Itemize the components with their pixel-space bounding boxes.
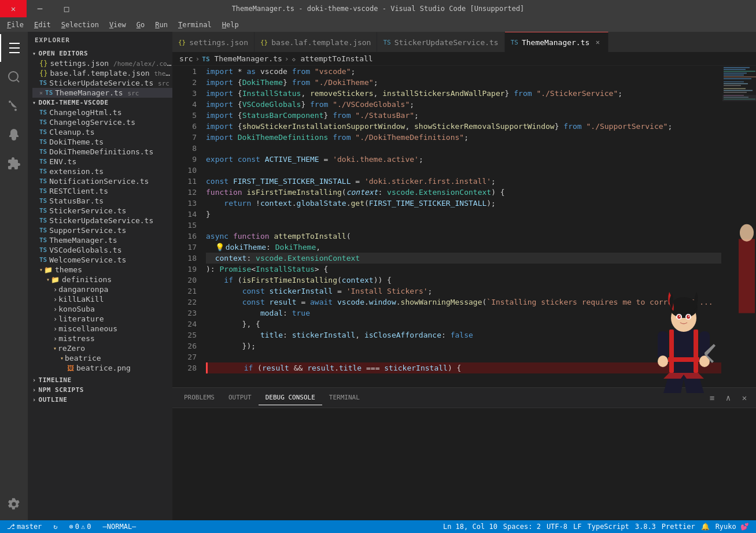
panel-content[interactable] xyxy=(172,408,756,520)
status-theme[interactable]: Ryuko 💕 xyxy=(713,523,751,531)
folder-definitions[interactable]: ▾ 📁 definitions xyxy=(32,275,172,284)
panel-tab-output[interactable]: OUTPUT xyxy=(222,390,259,405)
editor-wrapper: {} settings.json {} base.laf.template.js… xyxy=(172,32,756,520)
open-editors-header[interactable]: ▾ OPEN EDITORS xyxy=(28,49,172,58)
menu-run[interactable]: Run xyxy=(150,20,172,30)
npm-scripts-header[interactable]: › NPM SCRIPTS xyxy=(28,385,172,395)
folder-miscellaneous[interactable]: › miscellaneous xyxy=(32,324,172,334)
open-editor-theme-manager[interactable]: ✕ TS ThemeManager.ts src xyxy=(32,88,172,98)
activity-source-control[interactable] xyxy=(0,92,28,120)
panel-close-button[interactable]: ✕ xyxy=(737,391,751,405)
file-sticker-service[interactable]: TSStickerService.ts xyxy=(32,206,172,216)
themes-arrow: ▾ xyxy=(39,266,43,273)
code-content[interactable]: import * as vscode from "vscode"; import… xyxy=(201,66,721,387)
tab-close-button[interactable]: ✕ xyxy=(593,38,602,47)
activity-settings[interactable] xyxy=(0,490,28,518)
panel-tab-terminal[interactable]: TERMINAL xyxy=(322,390,367,405)
file-doki-theme[interactable]: TSDokiTheme.ts xyxy=(32,137,172,147)
menu-selection[interactable]: Selection xyxy=(57,20,104,30)
file-changelog-html[interactable]: TSChangelogHtml.ts xyxy=(32,108,172,117)
folder-beatrice[interactable]: ▾ beatrice xyxy=(32,353,172,363)
folder-killLaKill[interactable]: › killLaKill xyxy=(32,294,172,304)
outline-header[interactable]: › OUTLINE xyxy=(28,395,172,405)
file-sticker-update-service[interactable]: TSStickerUpdateService.ts xyxy=(32,216,172,225)
file-doki-theme-definitions[interactable]: TSDokiThemeDefinitions.ts xyxy=(32,147,172,157)
status-sync[interactable]: ↻ xyxy=(51,523,60,531)
code-line-13: return !context.globalState.get(FIRST_TI… xyxy=(206,198,721,209)
code-line-23: modal: true xyxy=(206,308,721,319)
tab-theme-manager[interactable]: TS ThemeManager.ts ✕ xyxy=(505,32,609,52)
code-line-17: 💡dokiTheme: DokiTheme, xyxy=(206,242,721,253)
status-spaces[interactable]: Spaces: 2 xyxy=(501,523,543,531)
code-line-24: }, { xyxy=(206,319,721,330)
breadcrumb-file[interactable]: TS ThemeManager.ts xyxy=(202,54,282,63)
close-button[interactable]: ✕ xyxy=(0,0,27,17)
timeline-header[interactable]: › TIMELINE xyxy=(28,375,172,385)
menu-file[interactable]: File xyxy=(2,20,28,30)
menu-go[interactable]: Go xyxy=(132,20,149,30)
open-editor-sticker-update[interactable]: TS StickerUpdateService.ts src xyxy=(32,78,172,88)
panel-collapse-button[interactable]: ∧ xyxy=(721,391,735,405)
code-line-10 xyxy=(206,165,721,176)
status-encoding[interactable]: UTF-8 xyxy=(544,523,570,531)
file-vscode-globals[interactable]: TSVSCodeGlobals.ts xyxy=(32,245,172,255)
menu-terminal[interactable]: Terminal xyxy=(174,20,216,30)
open-editor-base-laf[interactable]: {} base.laf.template.json theme... xyxy=(32,68,172,78)
minimize-button[interactable]: ─ xyxy=(27,0,53,17)
file-support-service[interactable]: TSSupportService.ts xyxy=(32,225,172,235)
status-notifications[interactable]: 🔔 xyxy=(699,523,712,531)
folder-konoSuba[interactable]: › konoSuba xyxy=(32,304,172,314)
status-eol[interactable]: LF xyxy=(571,523,584,531)
activity-extensions[interactable] xyxy=(0,150,28,177)
file-changelog-service[interactable]: TSChangelogService.ts xyxy=(32,117,172,127)
file-notification-service[interactable]: TSNotificationService.ts xyxy=(32,176,172,186)
activity-search[interactable] xyxy=(0,63,28,91)
sidebar: EXPLORER ▾ OPEN EDITORS {} settings.json… xyxy=(28,32,172,520)
status-errors[interactable]: ⊗ 0 ⚠ 0 xyxy=(67,523,94,531)
code-line-22: const result = await vscode.window.showW… xyxy=(206,297,721,308)
folder-icon: 📁 xyxy=(51,276,60,284)
file-beatrice-png[interactable]: 🖼 beatrice.png xyxy=(32,363,172,373)
definitions-arrow: ▾ xyxy=(46,276,50,283)
status-ts-version[interactable]: 3.8.3 xyxy=(633,523,658,531)
file-env[interactable]: TSENV.ts xyxy=(32,157,172,166)
menu-view[interactable]: View xyxy=(105,20,131,30)
menubar: File Edit Selection View Go Run Terminal… xyxy=(0,17,756,32)
menu-edit[interactable]: Edit xyxy=(29,20,56,30)
folder-themes[interactable]: ▾ 📁 themes xyxy=(32,265,172,275)
status-language[interactable]: TypeScript xyxy=(585,523,631,531)
folder-mistress[interactable]: › mistress xyxy=(32,334,172,343)
close-icon[interactable]: ✕ xyxy=(39,90,43,96)
status-line-col[interactable]: Ln 18, Col 10 xyxy=(441,523,500,531)
status-prettier[interactable]: Prettier xyxy=(659,523,698,531)
file-welcome-service[interactable]: TSWelcomeService.ts xyxy=(32,255,172,265)
breadcrumb-src[interactable]: src xyxy=(179,54,193,63)
file-extension[interactable]: TSextension.ts xyxy=(32,166,172,176)
activity-debug[interactable] xyxy=(0,121,28,149)
folder-literature[interactable]: › literature xyxy=(32,314,172,324)
status-git-branch[interactable]: ⎇ master xyxy=(5,523,44,531)
maximize-button[interactable]: □ xyxy=(53,0,80,17)
panel-filter-button[interactable]: ≡ xyxy=(705,391,719,405)
code-line-6: import {showStickerInstallationSupportWi… xyxy=(206,121,721,132)
status-vim-mode[interactable]: –NORMAL– xyxy=(101,523,139,531)
menu-help[interactable]: Help xyxy=(217,20,244,30)
activity-explorer[interactable] xyxy=(0,34,28,62)
open-editor-settings-json[interactable]: {} settings.json /home/alex/.con... xyxy=(32,58,172,68)
panel-tab-problems[interactable]: PROBLEMS xyxy=(177,390,222,405)
file-cleanup[interactable]: TSCleanup.ts xyxy=(32,127,172,137)
file-theme-manager[interactable]: TSThemeManager.ts xyxy=(32,235,172,245)
file-statusbar[interactable]: TSStatusBar.ts xyxy=(32,196,172,206)
breadcrumb-function[interactable]: ⬦ attemptToInstall xyxy=(292,54,373,63)
code-line-16: async function attemptToInstall( xyxy=(206,231,721,242)
tab-settings-json[interactable]: {} settings.json xyxy=(172,32,255,52)
panel-tab-debug-console[interactable]: DEBUG CONSOLE xyxy=(259,390,322,405)
project-header[interactable]: ▾ DOKI-THEME-VSCODE xyxy=(28,98,172,108)
file-rest-client[interactable]: TSRESTClient.ts xyxy=(32,186,172,196)
folder-reZero[interactable]: ▾ reZero xyxy=(32,343,172,353)
ts-version-label: 3.8.3 xyxy=(635,523,656,531)
folder-danganronpa[interactable]: › danganronpa xyxy=(32,284,172,294)
tab-base-laf[interactable]: {} base.laf.template.json xyxy=(255,32,377,52)
code-line-25: title: stickerInstall, isCloseAffordance… xyxy=(206,330,721,340)
tab-sticker-update[interactable]: TS StickerUpdateService.ts xyxy=(377,32,504,52)
